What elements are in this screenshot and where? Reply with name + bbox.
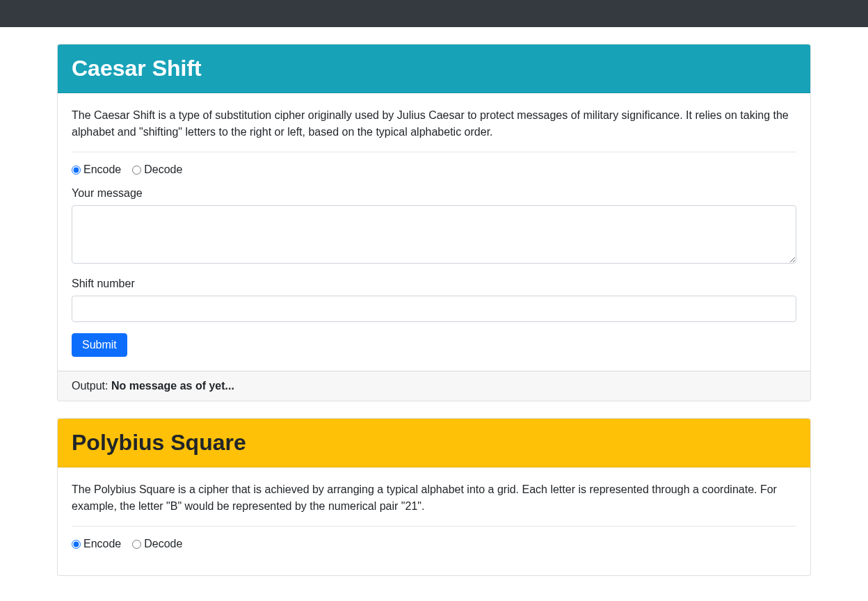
caesar-decode-option: Decode — [132, 163, 182, 176]
caesar-card-body: The Caesar Shift is a type of substituti… — [58, 93, 810, 371]
caesar-encode-radio[interactable] — [72, 166, 81, 175]
polybius-decode-label[interactable]: Decode — [144, 538, 182, 550]
caesar-radio-group: Encode Decode — [72, 163, 796, 176]
caesar-encode-label[interactable]: Encode — [83, 163, 121, 176]
main-container: Caesar Shift The Caesar Shift is a type … — [49, 44, 819, 576]
caesar-shift-group: Shift number — [72, 278, 796, 322]
polybius-card-body: The Polybius Square is a cipher that is … — [58, 467, 810, 575]
caesar-encode-option: Encode — [72, 163, 121, 176]
caesar-message-label: Your message — [72, 187, 796, 200]
caesar-message-group: Your message — [72, 187, 796, 266]
polybius-decode-radio[interactable] — [132, 540, 141, 549]
caesar-description: The Caesar Shift is a type of substituti… — [72, 107, 796, 141]
caesar-shift-label: Shift number — [72, 278, 796, 290]
caesar-submit-button[interactable]: Submit — [72, 333, 127, 357]
caesar-decode-radio[interactable] — [132, 166, 141, 175]
polybius-card: Polybius Square The Polybius Square is a… — [57, 418, 811, 576]
caesar-divider — [72, 152, 796, 152]
polybius-encode-radio[interactable] — [72, 540, 81, 549]
polybius-decode-option: Decode — [132, 538, 182, 550]
caesar-output-value: No message as of yet... — [111, 380, 234, 392]
caesar-output-prefix: Output: — [72, 380, 111, 392]
polybius-encode-option: Encode — [72, 538, 121, 550]
caesar-message-input[interactable] — [72, 205, 796, 264]
caesar-card-footer: Output: No message as of yet... — [58, 371, 810, 401]
polybius-description: The Polybius Square is a cipher that is … — [72, 481, 796, 515]
polybius-title: Polybius Square — [72, 430, 796, 456]
polybius-radio-group: Encode Decode — [72, 538, 796, 550]
polybius-divider — [72, 526, 796, 527]
polybius-encode-label[interactable]: Encode — [83, 538, 121, 550]
navbar — [0, 0, 868, 27]
caesar-shift-input[interactable] — [72, 296, 796, 322]
caesar-card-header: Caesar Shift — [58, 45, 810, 93]
polybius-card-header: Polybius Square — [58, 419, 810, 467]
caesar-card: Caesar Shift The Caesar Shift is a type … — [57, 44, 811, 401]
caesar-decode-label[interactable]: Decode — [144, 163, 182, 176]
caesar-title: Caesar Shift — [72, 56, 796, 81]
